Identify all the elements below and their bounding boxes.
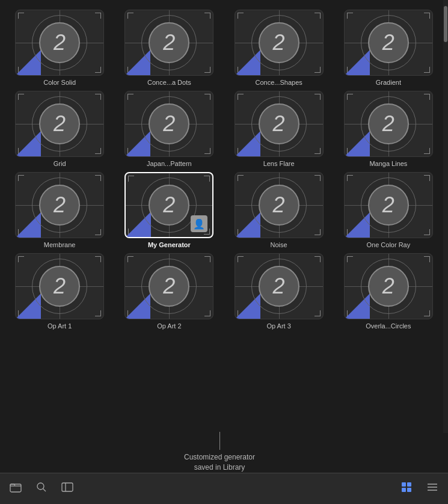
corner-tl — [238, 256, 244, 262]
corner-tl — [238, 13, 244, 19]
scrollbar[interactable] — [443, 0, 448, 433]
center-circle: 2 — [149, 22, 189, 63]
tooltip-area: Customized generatorsaved in Library — [159, 432, 280, 473]
thumbnail: 2 — [124, 10, 213, 76]
tooltip-line — [219, 432, 220, 450]
blue-triangle — [125, 131, 150, 156]
search-icon[interactable] — [34, 479, 49, 498]
corner-tl — [347, 13, 353, 19]
grid-item-my-generator[interactable]: 2 👤 My Generator — [117, 172, 221, 248]
corner-br — [315, 310, 321, 316]
corner-br — [204, 67, 210, 73]
corner-tr — [315, 256, 321, 262]
grid-item-op-art-1[interactable]: 2 Op Art 1 — [7, 253, 112, 330]
center-number: 2 — [54, 30, 66, 55]
thumbnail: 2 — [15, 10, 104, 76]
sidebar-icon[interactable] — [59, 480, 76, 497]
center-number: 2 — [163, 192, 175, 218]
item-label: My Generator — [124, 241, 213, 248]
folder-icon[interactable] — [7, 479, 24, 498]
svg-point-1 — [37, 483, 44, 490]
blue-triangle — [345, 131, 370, 156]
center-circle: 2 — [39, 185, 80, 226]
grid-item-grid[interactable]: 2 Grid — [7, 91, 112, 167]
list-view-icon[interactable] — [424, 480, 441, 497]
grid-item-noise[interactable]: 2 Noise — [227, 172, 331, 248]
grid-item-color-solid[interactable]: 2 Color Solid — [7, 10, 112, 86]
center-number: 2 — [54, 192, 66, 218]
corner-br — [424, 310, 430, 316]
grid-item-lens-flare[interactable]: 2 Lens Flare — [227, 91, 331, 167]
grid-item-japan-pattern[interactable]: 2 Japan...Pattern — [117, 91, 221, 167]
svg-rect-0 — [10, 484, 21, 492]
item-label: Grid — [15, 160, 104, 167]
svg-rect-8 — [407, 488, 411, 492]
center-number: 2 — [382, 30, 394, 55]
grid-item-membrane[interactable]: 2 Membrane — [7, 172, 112, 248]
corner-tr — [204, 13, 210, 19]
grid-item-concea-dots[interactable]: 2 Conce...a Dots — [117, 10, 221, 86]
center-number: 2 — [54, 111, 66, 137]
corner-tl — [18, 94, 24, 100]
corner-tr — [204, 94, 210, 100]
corner-tl — [127, 94, 133, 100]
thumbnail: 2 — [15, 253, 104, 319]
corner-tr — [204, 176, 210, 182]
thumbnail: 2 — [124, 253, 213, 319]
center-circle: 2 — [39, 22, 80, 63]
thumbnail: 2 — [235, 10, 324, 76]
center-circle: 2 — [149, 103, 189, 144]
grid-item-overla-circles[interactable]: 2 Overla...Circles — [336, 253, 441, 330]
corner-tr — [95, 94, 101, 100]
blue-triangle — [126, 212, 151, 237]
corner-br — [424, 229, 430, 235]
grid-view-icon[interactable] — [399, 479, 414, 498]
corner-tr — [315, 175, 321, 181]
blue-triangle — [235, 131, 260, 156]
grid-area: 2 Color Solid 2 Conce...a Dots — [0, 0, 448, 473]
thumbnail: 2 — [124, 91, 213, 157]
svg-line-2 — [43, 489, 46, 492]
item-label: One Color Ray — [344, 241, 433, 248]
thumbnail: 2 — [344, 172, 433, 238]
grid-item-op-art-3[interactable]: 2 Op Art 3 — [227, 253, 331, 330]
corner-br — [95, 148, 101, 154]
center-number: 2 — [163, 111, 175, 137]
corner-tr — [315, 13, 321, 19]
center-circle: 2 — [39, 103, 80, 144]
blue-triangle — [235, 293, 260, 319]
grid-item-gradient[interactable]: 2 Gradient — [336, 10, 441, 86]
corner-tl — [347, 94, 353, 100]
item-label: Noise — [235, 241, 324, 248]
center-circle: 2 — [259, 103, 299, 144]
grid-item-op-art-2[interactable]: 2 Op Art 2 — [117, 253, 221, 330]
blue-triangle — [16, 131, 41, 156]
center-circle: 2 — [259, 185, 299, 226]
center-circle: 2 — [368, 103, 409, 144]
blue-triangle — [16, 50, 41, 75]
blue-triangle — [345, 212, 370, 238]
blue-triangle — [16, 212, 41, 238]
blue-triangle — [345, 50, 370, 75]
center-number: 2 — [273, 30, 285, 55]
corner-tr — [95, 175, 101, 181]
thumbnail: 2 👤 — [124, 172, 213, 238]
corner-tl — [18, 256, 24, 262]
toolbar — [0, 473, 448, 504]
scrollbar-thumb[interactable] — [444, 6, 447, 42]
corner-br — [95, 229, 101, 235]
grid-item-manga-lines[interactable]: 2 Manga Lines — [336, 91, 441, 167]
corner-br — [424, 148, 430, 154]
blue-triangle — [125, 50, 150, 75]
user-icon: 👤 — [193, 218, 205, 230]
corner-tl — [238, 175, 244, 181]
user-badge: 👤 — [191, 215, 207, 232]
corner-br — [315, 67, 321, 73]
grid-item-conceshapes[interactable]: 2 Conce...Shapes — [227, 10, 331, 86]
item-label: Color Solid — [15, 79, 104, 86]
grid-item-one-color-ray[interactable]: 2 One Color Ray — [336, 172, 441, 248]
blue-triangle — [125, 293, 150, 319]
item-label: Membrane — [15, 241, 104, 248]
center-number: 2 — [54, 274, 66, 299]
corner-tr — [315, 94, 321, 100]
